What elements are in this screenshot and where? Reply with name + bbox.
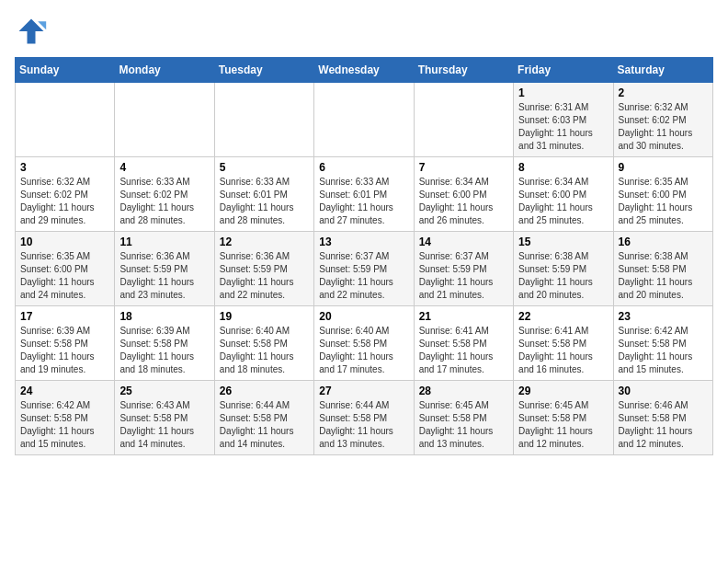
calendar-cell: 25Sunrise: 6:43 AM Sunset: 5:58 PM Dayli… [115,381,214,455]
day-info: Sunrise: 6:40 AM Sunset: 5:58 PM Dayligh… [319,325,408,376]
day-number: 24 [20,385,109,397]
logo [15,15,51,48]
calendar-cell: 13Sunrise: 6:37 AM Sunset: 5:59 PM Dayli… [314,232,414,306]
calendar-cell: 16Sunrise: 6:38 AM Sunset: 5:58 PM Dayli… [613,232,712,306]
calendar-cell: 28Sunrise: 6:45 AM Sunset: 5:58 PM Dayli… [414,381,513,455]
day-info: Sunrise: 6:32 AM Sunset: 6:02 PM Dayligh… [619,101,708,153]
day-info: Sunrise: 6:31 AM Sunset: 6:03 PM Dayligh… [518,101,608,153]
calendar-cell: 6Sunrise: 6:33 AM Sunset: 6:01 PM Daylig… [314,157,414,232]
day-info: Sunrise: 6:32 AM Sunset: 6:02 PM Dayligh… [20,176,109,227]
day-info: Sunrise: 6:42 AM Sunset: 5:58 PM Dayligh… [619,325,708,376]
calendar-cell: 12Sunrise: 6:36 AM Sunset: 5:59 PM Dayli… [214,232,313,306]
calendar-cell: 3Sunrise: 6:32 AM Sunset: 6:02 PM Daylig… [16,157,115,232]
calendar-cell: 26Sunrise: 6:44 AM Sunset: 5:58 PM Dayli… [214,381,313,455]
day-info: Sunrise: 6:43 AM Sunset: 5:58 PM Dayligh… [119,399,209,451]
day-info: Sunrise: 6:38 AM Sunset: 5:59 PM Dayligh… [518,250,608,302]
day-number: 8 [518,161,608,174]
day-info: Sunrise: 6:45 AM Sunset: 5:58 PM Dayligh… [518,399,608,451]
day-info: Sunrise: 6:41 AM Sunset: 5:58 PM Dayligh… [518,325,608,376]
day-number: 15 [518,236,608,248]
day-info: Sunrise: 6:38 AM Sunset: 5:58 PM Dayligh… [619,250,708,302]
calendar-cell: 5Sunrise: 6:33 AM Sunset: 6:01 PM Daylig… [214,157,313,232]
day-number: 23 [619,310,708,323]
calendar-cell [16,83,115,157]
calendar-cell: 1Sunrise: 6:31 AM Sunset: 6:03 PM Daylig… [514,83,613,157]
weekday-friday: Friday [514,58,613,83]
weekday-thursday: Thursday [414,58,513,83]
calendar-cell [214,83,313,157]
day-number: 20 [319,310,408,323]
day-info: Sunrise: 6:33 AM Sunset: 6:02 PM Dayligh… [119,176,209,227]
day-number: 28 [419,385,508,397]
weekday-wednesday: Wednesday [314,58,414,83]
calendar-cell [115,83,214,157]
day-number: 17 [20,310,109,323]
day-number: 3 [20,161,109,174]
calendar-cell: 17Sunrise: 6:39 AM Sunset: 5:58 PM Dayli… [16,306,115,381]
day-number: 14 [419,236,508,248]
day-number: 13 [319,236,408,248]
day-info: Sunrise: 6:42 AM Sunset: 5:58 PM Dayligh… [20,399,109,451]
day-number: 5 [220,161,309,174]
calendar-cell: 9Sunrise: 6:35 AM Sunset: 6:00 PM Daylig… [613,157,712,232]
day-number: 1 [518,86,608,99]
calendar-cell: 19Sunrise: 6:40 AM Sunset: 5:58 PM Dayli… [214,306,313,381]
weekday-sunday: Sunday [16,58,115,83]
calendar-cell: 30Sunrise: 6:46 AM Sunset: 5:58 PM Dayli… [613,381,712,455]
calendar-cell: 11Sunrise: 6:36 AM Sunset: 5:59 PM Dayli… [115,232,214,306]
day-number: 30 [619,385,708,397]
calendar-cell: 20Sunrise: 6:40 AM Sunset: 5:58 PM Dayli… [314,306,414,381]
day-info: Sunrise: 6:40 AM Sunset: 5:58 PM Dayligh… [220,325,309,376]
day-number: 22 [518,310,608,323]
day-info: Sunrise: 6:39 AM Sunset: 5:58 PM Dayligh… [20,325,109,376]
day-info: Sunrise: 6:35 AM Sunset: 6:00 PM Dayligh… [20,250,109,302]
day-info: Sunrise: 6:36 AM Sunset: 5:59 PM Dayligh… [119,250,209,302]
day-number: 27 [319,385,408,397]
calendar-cell: 14Sunrise: 6:37 AM Sunset: 5:59 PM Dayli… [414,232,513,306]
day-number: 16 [619,236,708,248]
day-info: Sunrise: 6:34 AM Sunset: 6:00 PM Dayligh… [518,176,608,227]
day-info: Sunrise: 6:36 AM Sunset: 5:59 PM Dayligh… [220,250,309,302]
day-number: 11 [119,236,209,248]
day-number: 12 [220,236,309,248]
day-number: 9 [619,161,708,174]
day-number: 2 [619,86,708,99]
day-info: Sunrise: 6:33 AM Sunset: 6:01 PM Dayligh… [319,176,408,227]
week-row-1: 1Sunrise: 6:31 AM Sunset: 6:03 PM Daylig… [16,83,713,157]
page-header [15,15,713,48]
day-info: Sunrise: 6:44 AM Sunset: 5:58 PM Dayligh… [319,399,408,451]
calendar-cell: 4Sunrise: 6:33 AM Sunset: 6:02 PM Daylig… [115,157,214,232]
calendar-cell [414,83,513,157]
weekday-header-row: SundayMondayTuesdayWednesdayThursdayFrid… [16,58,713,83]
weekday-tuesday: Tuesday [214,58,313,83]
weekday-saturday: Saturday [613,58,712,83]
calendar-cell: 7Sunrise: 6:34 AM Sunset: 6:00 PM Daylig… [414,157,513,232]
calendar-cell [314,83,414,157]
calendar-cell: 27Sunrise: 6:44 AM Sunset: 5:58 PM Dayli… [314,381,414,455]
day-number: 19 [220,310,309,323]
day-info: Sunrise: 6:37 AM Sunset: 5:59 PM Dayligh… [319,250,408,302]
calendar-cell: 10Sunrise: 6:35 AM Sunset: 6:00 PM Dayli… [16,232,115,306]
calendar-table: SundayMondayTuesdayWednesdayThursdayFrid… [15,57,713,455]
calendar-cell: 22Sunrise: 6:41 AM Sunset: 5:58 PM Dayli… [514,306,613,381]
day-number: 6 [319,161,408,174]
day-info: Sunrise: 6:39 AM Sunset: 5:58 PM Dayligh… [119,325,209,376]
day-number: 25 [119,385,209,397]
logo-icon [15,15,48,48]
day-info: Sunrise: 6:46 AM Sunset: 5:58 PM Dayligh… [619,399,708,451]
weekday-monday: Monday [115,58,214,83]
day-number: 21 [419,310,508,323]
calendar-cell: 23Sunrise: 6:42 AM Sunset: 5:58 PM Dayli… [613,306,712,381]
calendar-cell: 18Sunrise: 6:39 AM Sunset: 5:58 PM Dayli… [115,306,214,381]
day-number: 29 [518,385,608,397]
day-number: 26 [220,385,309,397]
day-info: Sunrise: 6:34 AM Sunset: 6:00 PM Dayligh… [419,176,508,227]
day-number: 18 [119,310,209,323]
day-number: 10 [20,236,109,248]
calendar-header: SundayMondayTuesdayWednesdayThursdayFrid… [16,58,713,83]
week-row-3: 10Sunrise: 6:35 AM Sunset: 6:00 PM Dayli… [16,232,713,306]
day-info: Sunrise: 6:35 AM Sunset: 6:00 PM Dayligh… [619,176,708,227]
week-row-2: 3Sunrise: 6:32 AM Sunset: 6:02 PM Daylig… [16,157,713,232]
day-info: Sunrise: 6:33 AM Sunset: 6:01 PM Dayligh… [220,176,309,227]
calendar-cell: 8Sunrise: 6:34 AM Sunset: 6:00 PM Daylig… [514,157,613,232]
